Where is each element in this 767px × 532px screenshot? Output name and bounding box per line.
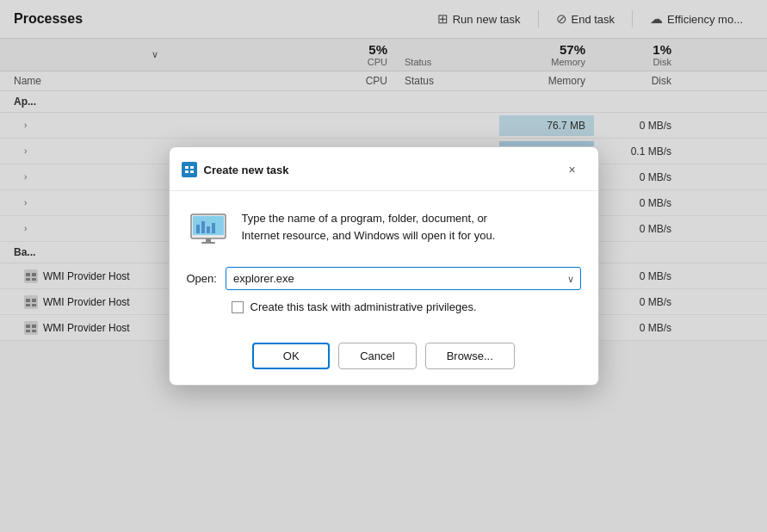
dialog-title: Create new task — [204, 164, 554, 176]
dialog-browse-button[interactable]: Browse... — [425, 343, 515, 369]
svg-rect-27 — [201, 242, 215, 244]
dialog-footer: OK Cancel Browse... — [170, 331, 598, 385]
svg-rect-26 — [206, 238, 211, 242]
dialog-description-row: Type the name of a program, folder, docu… — [187, 208, 581, 251]
dialog-open-label: Open: — [187, 272, 217, 285]
dialog-titlebar: Create new task × — [170, 147, 598, 191]
dialog-description: Type the name of a program, folder, docu… — [242, 208, 496, 251]
dialog-cancel-button[interactable]: Cancel — [338, 343, 416, 369]
svg-rect-23 — [201, 221, 205, 233]
dialog-overlay: Create new task × — [0, 0, 767, 532]
dialog-input-wrapper: ∨ — [226, 267, 581, 290]
dialog-title-icon — [182, 162, 197, 177]
dialog-open-row: Open: ∨ — [187, 267, 581, 290]
svg-rect-22 — [196, 225, 200, 233]
dialog-dropdown-button[interactable]: ∨ — [564, 271, 578, 286]
svg-rect-15 — [183, 164, 195, 176]
svg-rect-25 — [212, 223, 215, 233]
dialog-admin-checkbox-row: Create this task with administrative pri… — [232, 300, 581, 313]
svg-rect-19 — [190, 170, 194, 173]
dialog-close-button[interactable]: × — [560, 158, 585, 182]
create-new-task-dialog: Create new task × — [169, 146, 599, 386]
svg-rect-17 — [190, 166, 194, 169]
svg-rect-18 — [185, 170, 189, 173]
svg-rect-24 — [207, 226, 210, 233]
svg-rect-16 — [185, 166, 189, 169]
dialog-admin-checkbox[interactable] — [232, 301, 244, 313]
dialog-body: Type the name of a program, folder, docu… — [170, 191, 598, 331]
dialog-admin-label: Create this task with administrative pri… — [251, 300, 477, 313]
dialog-run-icon — [187, 208, 230, 251]
dialog-open-input[interactable] — [226, 267, 581, 290]
dialog-ok-button[interactable]: OK — [252, 343, 330, 369]
